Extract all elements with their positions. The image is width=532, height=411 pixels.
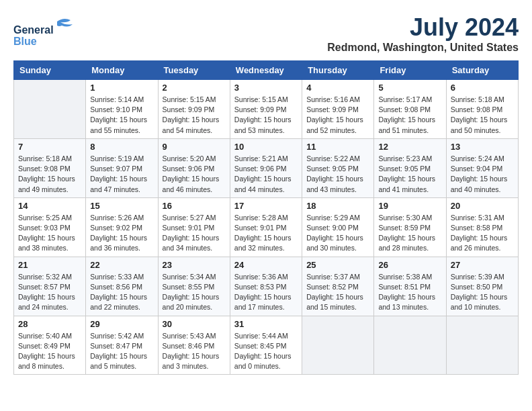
day-info: Sunrise: 5:38 AM Sunset: 8:51 PM Dayligh… (378, 272, 441, 313)
day-number: 13 (451, 142, 514, 152)
day-info: Sunrise: 5:24 AM Sunset: 9:04 PM Dayligh… (451, 154, 514, 195)
day-number: 11 (306, 142, 369, 152)
calendar-cell: 27Sunrise: 5:39 AM Sunset: 8:50 PM Dayli… (446, 257, 518, 316)
calendar-cell: 30Sunrise: 5:43 AM Sunset: 8:46 PM Dayli… (158, 316, 230, 375)
calendar-cell: 28Sunrise: 5:40 AM Sunset: 8:49 PM Dayli… (14, 316, 86, 375)
col-wednesday: Wednesday (230, 61, 302, 80)
logo-svg: General Blue (13, 13, 94, 47)
day-number: 25 (306, 260, 369, 270)
calendar-cell: 16Sunrise: 5:27 AM Sunset: 9:01 PM Dayli… (158, 197, 230, 257)
calendar-week-1: 1Sunrise: 5:14 AM Sunset: 9:10 PM Daylig… (14, 80, 519, 139)
day-info: Sunrise: 5:19 AM Sunset: 9:07 PM Dayligh… (90, 154, 153, 195)
day-info: Sunrise: 5:30 AM Sunset: 8:59 PM Dayligh… (378, 213, 441, 254)
day-number: 8 (90, 142, 153, 152)
day-info: Sunrise: 5:22 AM Sunset: 9:05 PM Dayligh… (306, 154, 369, 195)
day-info: Sunrise: 5:29 AM Sunset: 9:00 PM Dayligh… (306, 213, 369, 254)
month-year: July 2024 (327, 13, 519, 42)
calendar-week-2: 7Sunrise: 5:18 AM Sunset: 9:08 PM Daylig… (14, 138, 519, 197)
calendar-cell: 20Sunrise: 5:31 AM Sunset: 8:58 PM Dayli… (446, 197, 518, 257)
day-info: Sunrise: 5:26 AM Sunset: 9:02 PM Dayligh… (90, 213, 153, 254)
day-number: 26 (378, 260, 441, 270)
calendar-cell: 15Sunrise: 5:26 AM Sunset: 9:02 PM Dayli… (86, 197, 158, 257)
calendar-cell: 5Sunrise: 5:17 AM Sunset: 9:08 PM Daylig… (374, 80, 446, 139)
calendar-cell: 8Sunrise: 5:19 AM Sunset: 9:07 PM Daylig… (86, 138, 158, 197)
day-info: Sunrise: 5:15 AM Sunset: 9:09 PM Dayligh… (163, 95, 226, 136)
day-number: 9 (163, 142, 226, 152)
day-info: Sunrise: 5:18 AM Sunset: 9:08 PM Dayligh… (451, 95, 514, 136)
day-number: 29 (90, 319, 153, 329)
day-number: 16 (163, 201, 226, 211)
calendar-week-5: 28Sunrise: 5:40 AM Sunset: 8:49 PM Dayli… (14, 316, 519, 375)
page-header: General Blue July 2024 Redmond, Washingt… (13, 13, 519, 54)
calendar-cell (374, 316, 446, 375)
calendar-cell: 18Sunrise: 5:29 AM Sunset: 9:00 PM Dayli… (302, 197, 374, 257)
day-info: Sunrise: 5:15 AM Sunset: 9:09 PM Dayligh… (234, 95, 298, 136)
day-number: 2 (163, 83, 226, 93)
day-number: 21 (18, 260, 81, 270)
calendar-cell: 6Sunrise: 5:18 AM Sunset: 9:08 PM Daylig… (446, 80, 518, 139)
day-info: Sunrise: 5:27 AM Sunset: 9:01 PM Dayligh… (163, 213, 226, 254)
day-number: 1 (90, 83, 153, 93)
calendar-cell: 23Sunrise: 5:34 AM Sunset: 8:55 PM Dayli… (158, 257, 230, 316)
calendar-header-row: Sunday Monday Tuesday Wednesday Thursday… (14, 61, 519, 80)
col-monday: Monday (86, 61, 158, 80)
calendar-cell: 25Sunrise: 5:37 AM Sunset: 8:52 PM Dayli… (302, 257, 374, 316)
col-sunday: Sunday (14, 61, 86, 80)
day-info: Sunrise: 5:34 AM Sunset: 8:55 PM Dayligh… (163, 272, 226, 313)
day-number: 6 (451, 83, 514, 93)
col-saturday: Saturday (446, 61, 518, 80)
calendar-cell: 31Sunrise: 5:44 AM Sunset: 8:45 PM Dayli… (230, 316, 302, 375)
calendar-table: Sunday Monday Tuesday Wednesday Thursday… (13, 60, 519, 375)
svg-text:Blue: Blue (13, 36, 37, 47)
col-friday: Friday (374, 61, 446, 80)
day-info: Sunrise: 5:18 AM Sunset: 9:08 PM Dayligh… (18, 154, 81, 195)
day-info: Sunrise: 5:14 AM Sunset: 9:10 PM Dayligh… (90, 95, 153, 136)
calendar-cell: 4Sunrise: 5:16 AM Sunset: 9:09 PM Daylig… (302, 80, 374, 139)
logo: General Blue (13, 13, 94, 47)
calendar-cell: 26Sunrise: 5:38 AM Sunset: 8:51 PM Dayli… (374, 257, 446, 316)
day-info: Sunrise: 5:31 AM Sunset: 8:58 PM Dayligh… (451, 213, 514, 254)
day-info: Sunrise: 5:16 AM Sunset: 9:09 PM Dayligh… (306, 95, 369, 136)
day-info: Sunrise: 5:28 AM Sunset: 9:01 PM Dayligh… (234, 213, 298, 254)
day-info: Sunrise: 5:43 AM Sunset: 8:46 PM Dayligh… (163, 331, 226, 372)
day-number: 5 (378, 83, 441, 93)
calendar-cell: 24Sunrise: 5:36 AM Sunset: 8:53 PM Dayli… (230, 257, 302, 316)
calendar-cell: 17Sunrise: 5:28 AM Sunset: 9:01 PM Dayli… (230, 197, 302, 257)
day-info: Sunrise: 5:44 AM Sunset: 8:45 PM Dayligh… (234, 331, 298, 372)
day-info: Sunrise: 5:36 AM Sunset: 8:53 PM Dayligh… (234, 272, 298, 313)
location: Redmond, Washington, United States (327, 42, 519, 54)
day-info: Sunrise: 5:42 AM Sunset: 8:47 PM Dayligh… (90, 331, 153, 372)
day-info: Sunrise: 5:33 AM Sunset: 8:56 PM Dayligh… (90, 272, 153, 313)
calendar-cell: 19Sunrise: 5:30 AM Sunset: 8:59 PM Dayli… (374, 197, 446, 257)
day-info: Sunrise: 5:40 AM Sunset: 8:49 PM Dayligh… (18, 331, 81, 372)
calendar-cell: 10Sunrise: 5:21 AM Sunset: 9:06 PM Dayli… (230, 138, 302, 197)
day-number: 17 (234, 201, 298, 211)
calendar-cell (446, 316, 518, 375)
calendar-cell: 7Sunrise: 5:18 AM Sunset: 9:08 PM Daylig… (14, 138, 86, 197)
day-number: 12 (378, 142, 441, 152)
day-number: 24 (234, 260, 298, 270)
calendar-week-3: 14Sunrise: 5:25 AM Sunset: 9:03 PM Dayli… (14, 197, 519, 257)
day-number: 27 (451, 260, 514, 270)
calendar-cell: 29Sunrise: 5:42 AM Sunset: 8:47 PM Dayli… (86, 316, 158, 375)
title-block: July 2024 Redmond, Washington, United St… (327, 13, 519, 54)
calendar-cell (14, 80, 86, 139)
day-number: 14 (18, 201, 81, 211)
day-number: 20 (451, 201, 514, 211)
day-number: 7 (18, 142, 81, 152)
calendar-cell (302, 316, 374, 375)
day-info: Sunrise: 5:23 AM Sunset: 9:05 PM Dayligh… (378, 154, 441, 195)
col-tuesday: Tuesday (158, 61, 230, 80)
calendar-cell: 14Sunrise: 5:25 AM Sunset: 9:03 PM Dayli… (14, 197, 86, 257)
day-number: 30 (163, 319, 226, 329)
svg-text:General: General (13, 24, 54, 36)
day-info: Sunrise: 5:20 AM Sunset: 9:06 PM Dayligh… (163, 154, 226, 195)
col-thursday: Thursday (302, 61, 374, 80)
day-info: Sunrise: 5:17 AM Sunset: 9:08 PM Dayligh… (378, 95, 441, 136)
day-number: 18 (306, 201, 369, 211)
day-info: Sunrise: 5:25 AM Sunset: 9:03 PM Dayligh… (18, 213, 81, 254)
calendar-cell: 22Sunrise: 5:33 AM Sunset: 8:56 PM Dayli… (86, 257, 158, 316)
calendar-cell: 12Sunrise: 5:23 AM Sunset: 9:05 PM Dayli… (374, 138, 446, 197)
day-number: 3 (234, 83, 298, 93)
day-info: Sunrise: 5:21 AM Sunset: 9:06 PM Dayligh… (234, 154, 298, 195)
